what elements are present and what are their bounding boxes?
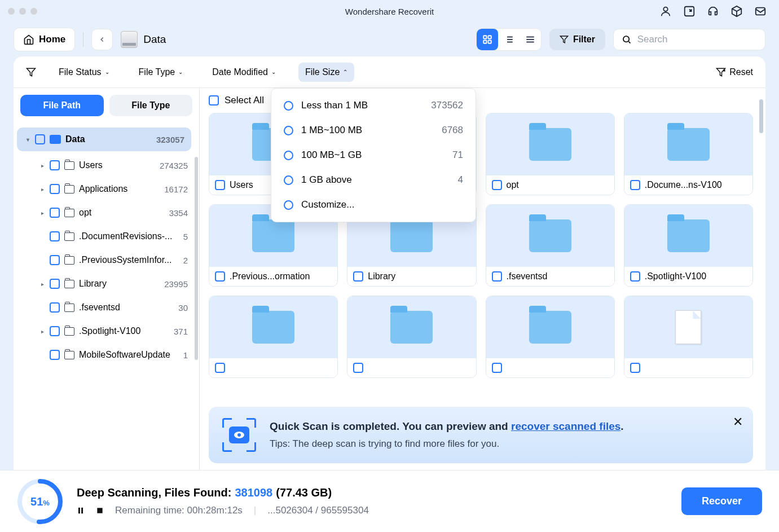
chevron-down-icon[interactable]: ▾ [25,137,30,143]
checkbox[interactable] [50,160,60,170]
checkbox[interactable] [353,271,363,282]
close-window[interactable] [8,8,15,15]
folder-icon [64,232,74,241]
folder-icon [64,351,74,359]
dropdown-option[interactable]: 1 GB above 4 [271,168,476,192]
tree-item[interactable]: ▸ Users 274325 [14,153,195,177]
tree-item[interactable]: ▸ opt 3354 [14,201,195,225]
chevron-right-icon[interactable]: ▸ [39,328,45,335]
checkbox[interactable] [50,279,60,289]
file-card[interactable] [347,296,476,378]
tree-root-data[interactable]: ▾ Data 323057 [17,127,191,151]
chevron-up-icon: ⌃ [343,69,347,75]
tree-item[interactable]: ▸ Applications 16172 [14,177,195,201]
grid-view-button[interactable] [477,29,498,50]
chevron-right-icon[interactable]: ▸ [39,186,45,192]
minimize-window[interactable] [19,8,26,15]
tree-item[interactable]: ▸ .PreviousSystemInfor... 2 [14,248,195,272]
scan-complete-banner: Quick Scan is completed. You can preview… [209,407,753,463]
chevron-right-icon[interactable]: ▸ [39,281,45,287]
tree-item[interactable]: ▸ .DocumentRevisions-... 5 [14,225,195,248]
file-card[interactable]: opt [486,113,615,195]
checkbox[interactable] [50,184,60,194]
home-label: Home [39,34,65,45]
checkbox[interactable] [492,180,502,190]
checkbox[interactable] [215,363,225,373]
dropdown-option[interactable]: 1 MB~100 MB 6768 [271,118,476,143]
checkbox[interactable] [35,134,45,144]
folder-icon [64,327,74,336]
stop-button[interactable] [96,507,104,515]
list-view-button[interactable] [498,29,520,50]
checkbox[interactable] [215,271,225,282]
checkbox[interactable] [209,95,219,105]
checkbox[interactable] [492,271,502,282]
date-modified-filter[interactable]: Date Modified⌄ [205,63,283,82]
checkbox[interactable] [492,363,502,373]
checkbox[interactable] [50,326,60,336]
pause-button[interactable] [77,507,85,515]
svg-rect-6 [488,41,491,43]
back-button[interactable] [91,29,113,50]
disk-icon [50,135,61,144]
search-box[interactable] [613,29,765,50]
radio[interactable] [284,151,293,160]
file-size-dropdown: Less than 1 MB 373562 1 MB~100 MB 6768 1… [271,88,476,222]
checkbox[interactable] [215,180,225,190]
account-icon[interactable] [659,5,672,17]
file-card[interactable] [209,296,338,378]
tree-item[interactable]: ▸ .fseventsd 30 [14,296,195,319]
file-card[interactable] [486,296,615,378]
mail-icon[interactable] [754,5,767,17]
checkbox[interactable] [630,180,640,190]
dropdown-option[interactable]: Customize... [271,192,476,217]
recover-files-link[interactable]: recover scanned files [511,420,620,432]
checkbox[interactable] [50,231,60,241]
detail-view-button[interactable] [520,29,541,50]
tree-item[interactable]: ▸ Library 23995 [14,272,195,296]
checkbox[interactable] [630,363,640,373]
file-card[interactable] [624,296,753,378]
close-banner-button[interactable]: ✕ [733,415,743,429]
package-icon[interactable] [730,5,743,17]
filter-icon [560,35,569,44]
filter-button[interactable]: Filter [549,29,605,50]
checkbox[interactable] [353,363,363,373]
file-card[interactable]: .Docume...ns-V100 [624,113,753,195]
checkbox[interactable] [630,271,640,282]
zoom-window[interactable] [30,8,37,15]
chevron-right-icon[interactable]: ▸ [39,210,45,216]
folder-icon [390,311,433,344]
folder-icon [64,209,74,217]
checkbox[interactable] [50,255,60,265]
support-icon[interactable] [707,5,719,17]
recover-button[interactable]: Recover [681,487,762,515]
home-button[interactable]: Home [14,28,75,51]
file-card[interactable]: .Spotlight-V100 [624,204,753,287]
folder-icon [64,280,74,288]
radio[interactable] [284,200,293,210]
checkbox[interactable] [50,208,60,218]
dropdown-option[interactable]: Less than 1 MB 373562 [271,93,476,118]
scrollbar[interactable] [759,99,763,133]
search-input[interactable] [637,34,757,45]
file-size-filter[interactable]: File Size⌃ [298,63,354,82]
file-card[interactable]: .fseventsd [486,204,615,287]
chevron-right-icon[interactable]: ▸ [39,162,45,169]
tab-file-type[interactable]: File Type [109,95,193,116]
file-type-filter[interactable]: File Type⌄ [132,63,190,82]
radio[interactable] [284,175,293,185]
radio[interactable] [284,126,293,135]
reset-button[interactable]: Reset [716,67,753,77]
export-icon[interactable] [683,5,696,17]
tree-item[interactable]: ▸ MobileSoftwareUpdate 1 [14,343,195,367]
file-status-filter[interactable]: File Status⌄ [52,63,116,82]
tab-file-path[interactable]: File Path [20,95,104,116]
scrollbar[interactable] [195,157,198,360]
checkbox[interactable] [50,302,60,313]
checkbox[interactable] [50,350,60,360]
folder-icon [667,219,710,252]
dropdown-option[interactable]: 100 MB~1 GB 71 [271,143,476,168]
radio[interactable] [284,101,293,111]
tree-item[interactable]: ▸ .Spotlight-V100 371 [14,319,195,343]
